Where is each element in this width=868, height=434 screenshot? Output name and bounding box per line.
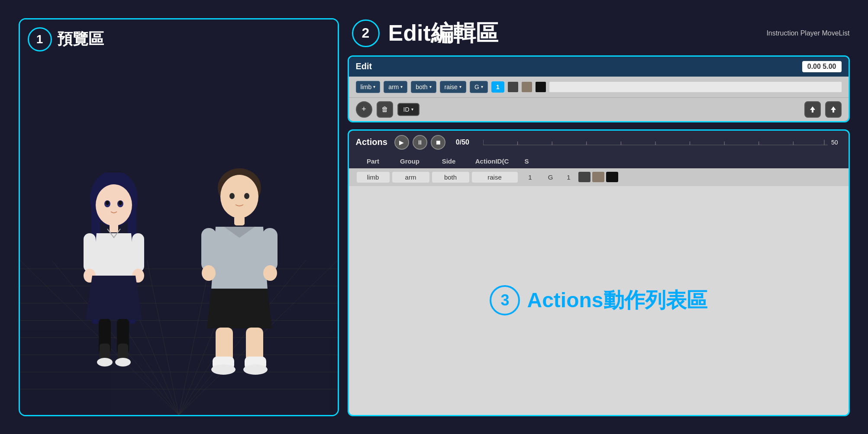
table-row[interactable]: limb arm both raise 1 G 1 [349, 168, 849, 186]
cell-num: 1 [560, 174, 578, 181]
col-group: Group [390, 158, 429, 165]
edit-panel-actions: + 🗑 ID [349, 97, 849, 121]
svg-rect-28 [84, 233, 96, 272]
section2-title: Edit編輯區 [388, 18, 498, 48]
svg-rect-44 [262, 228, 278, 271]
svg-point-26 [119, 201, 122, 205]
svg-point-51 [211, 364, 236, 375]
limb-dropdown[interactable]: limb [356, 81, 381, 93]
section3-area: 3 Actions動作列表區 [349, 186, 849, 415]
svg-point-52 [243, 364, 268, 375]
svg-rect-27 [110, 224, 118, 232]
bar-tan [592, 172, 604, 182]
cell-action: raise [472, 172, 518, 183]
cell-timeline [578, 172, 842, 182]
delete-button[interactable]: 🗑 [377, 101, 393, 118]
preview-label: 1 預覽區 [28, 27, 104, 51]
top-header: 2 Edit編輯區 Instruction Player MoveList [348, 18, 850, 48]
cell-group: arm [392, 172, 429, 183]
preview-circle-number: 1 [28, 27, 52, 51]
section3-circle: 3 [490, 285, 520, 315]
id-display: 1 [491, 81, 504, 93]
add-button[interactable]: + [356, 101, 372, 118]
playback-controls: ▶ ⏸ ⏹ [394, 135, 445, 150]
svg-rect-29 [132, 233, 144, 272]
raise-dropdown[interactable]: raise [440, 81, 466, 93]
id-sort-dropdown[interactable]: ID [397, 103, 419, 116]
edit-panel-header: Edit 0.00 5.00 [349, 57, 849, 77]
bar-black [606, 172, 618, 182]
edit-label: Edit [356, 61, 372, 71]
svg-point-39 [220, 175, 258, 218]
play-button[interactable]: ▶ [394, 135, 409, 150]
arm-dropdown[interactable]: arm [384, 81, 407, 93]
col-actionid: ActionID(C [468, 158, 516, 165]
svg-point-45 [202, 265, 216, 281]
edit-panel: Edit 0.00 5.00 limb arm both raise G 1 +… [348, 55, 850, 122]
timeline-end-label: 50 [828, 139, 842, 146]
svg-rect-42 [234, 216, 245, 225]
svg-point-40 [229, 193, 235, 199]
time-display: 0.00 5.00 [802, 61, 842, 72]
color-block-tan [522, 82, 532, 92]
preview-panel: 1 預覽區 [19, 18, 339, 416]
edit-panel-controls: limb arm both raise G 1 [349, 77, 849, 97]
col-s: S [516, 158, 538, 165]
svg-point-46 [263, 265, 277, 281]
table-header: Part Group Side ActionID(C S [349, 154, 849, 168]
g-dropdown[interactable]: G [470, 81, 488, 93]
both-dropdown[interactable]: both [411, 81, 436, 93]
stop-button[interactable]: ⏹ [431, 135, 445, 150]
section3-text: Actions動作列表區 [527, 286, 707, 314]
svg-point-25 [106, 201, 109, 205]
upload-button-1[interactable] [804, 101, 821, 118]
preview-title: 預覽區 [57, 29, 104, 50]
col-side: Side [429, 158, 468, 165]
section3-label: 3 Actions動作列表區 [490, 285, 707, 315]
cell-part: limb [357, 172, 390, 183]
instruction-label: Instruction Player MoveList [766, 29, 849, 37]
cell-g: G [542, 174, 559, 181]
characters-area [71, 164, 287, 389]
color-block-black [536, 82, 546, 92]
female-character [71, 173, 157, 389]
cell-side: both [432, 172, 469, 183]
col-part: Part [356, 158, 390, 165]
male-character [192, 164, 287, 389]
bar-dark [578, 172, 590, 182]
cell-id: 1 [520, 174, 541, 181]
actions-panel-content: Part Group Side ActionID(C S limb arm bo… [349, 154, 849, 415]
section2-circle: 2 [352, 19, 380, 47]
svg-rect-43 [201, 228, 216, 271]
svg-point-22 [96, 184, 132, 226]
actions-panel-header: Actions ▶ ⏸ ⏹ 0/50 [349, 131, 849, 154]
upload-button-2[interactable] [825, 101, 842, 118]
actions-panel: Actions ▶ ⏸ ⏹ 0/50 [348, 129, 850, 416]
svg-point-41 [244, 193, 249, 199]
svg-point-36 [97, 358, 113, 366]
pause-button[interactable]: ⏸ [413, 135, 427, 150]
svg-point-37 [115, 358, 131, 366]
timeline-bar [549, 82, 842, 92]
color-block-dark [508, 82, 518, 92]
counter-display: 0/50 [456, 138, 469, 146]
right-panel: 2 Edit編輯區 Instruction Player MoveList Ed… [348, 18, 850, 416]
actions-label: Actions [356, 137, 387, 147]
